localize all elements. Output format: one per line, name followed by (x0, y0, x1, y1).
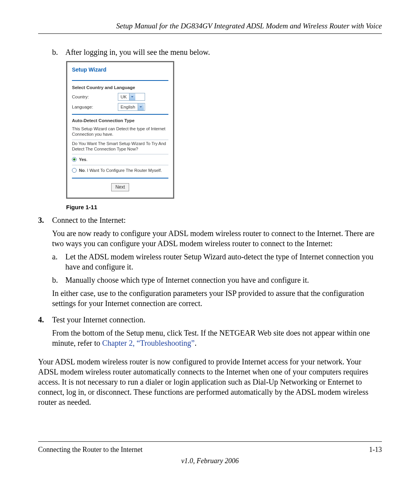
next-button[interactable]: Next (111, 183, 130, 192)
list-marker-4: 4. (38, 315, 52, 351)
step3-p1: You are now ready to configure your ADSL… (52, 228, 382, 248)
figure-caption: Figure 1-11 (66, 203, 174, 211)
autodetect-question: Do You Want The Smart Setup Wizard To Tr… (72, 141, 168, 152)
footer-version: v1.0, February 2006 (38, 457, 382, 465)
list-marker-b: b. (52, 47, 65, 57)
list-marker-3a: a. (52, 252, 65, 272)
radio-yes-icon[interactable] (72, 157, 77, 162)
list-marker-3: 3. (38, 215, 52, 312)
step4-p1: From the bottom of the Setup menu, click… (52, 328, 382, 348)
language-label: Language: (72, 104, 118, 110)
country-label: Country: (72, 94, 118, 100)
language-value: English (118, 104, 138, 110)
radio-yes-label: Yes (79, 157, 86, 162)
troubleshooting-link[interactable]: Chapter 2, “Troubleshooting” (102, 339, 195, 347)
chevron-down-icon[interactable] (129, 93, 135, 100)
step3-title: Connect to the Internet: (52, 215, 382, 225)
radio-yes-row[interactable]: Yes. (72, 155, 168, 164)
footer-section: Connecting the Router to the Internet (38, 446, 142, 454)
footer-page-number: 1-13 (369, 446, 382, 454)
setup-wizard-figure: Setup Wizard Select Country and Language… (66, 61, 174, 211)
step4-title: Test your Internet connection. (52, 315, 382, 325)
closing-paragraph: Your ADSL modem wireless router is now c… (38, 357, 382, 407)
page-header: Setup Manual for the DG834GV Integrated … (38, 22, 382, 34)
step3-p2: In either case, use to the configuration… (52, 288, 382, 308)
step3-b-text: Manually choose which type of Internet c… (65, 275, 382, 285)
language-select[interactable]: English (118, 103, 145, 111)
step3-a-text: Let the ADSL modem wireless router Setup… (65, 252, 382, 272)
wizard-title: Setup Wizard (72, 66, 168, 81)
section-autodetect-heading: Auto-Detect Connection Type (72, 118, 168, 124)
step-b-text: After logging in, you will see the menu … (65, 47, 210, 57)
radio-no-icon[interactable] (72, 168, 77, 173)
list-marker-3b: b. (52, 275, 65, 285)
chevron-down-icon[interactable] (138, 103, 144, 110)
page-footer: Connecting the Router to the Internet 1-… (38, 441, 382, 465)
section-country-heading: Select Country and Language (72, 85, 168, 91)
country-value: UK (118, 94, 129, 100)
radio-no-label: No (79, 168, 85, 173)
autodetect-desc: This Setup Wizard can Detect the type of… (72, 126, 168, 137)
country-select[interactable]: UK (118, 93, 145, 101)
radio-no-row[interactable]: No. I Want To Configure The Router Mysel… (72, 166, 168, 175)
